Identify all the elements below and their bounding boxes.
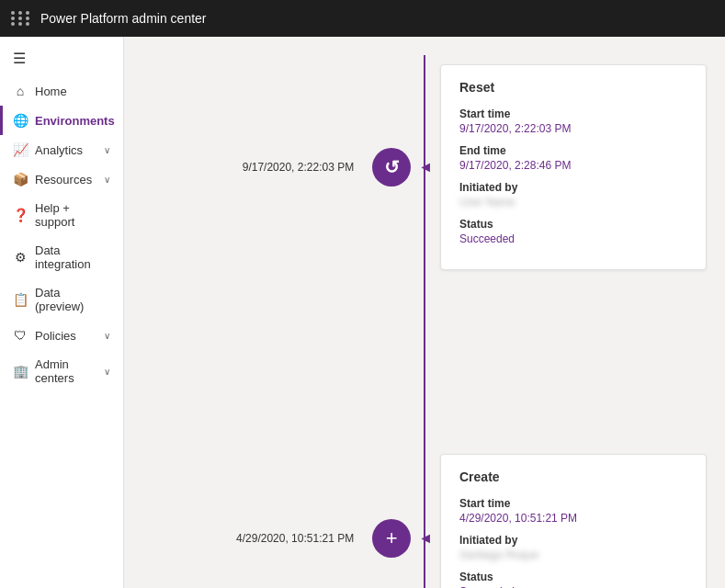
- sidebar-item-help-support[interactable]: ❓ Help + support: [0, 194, 123, 236]
- sidebar-item-policies[interactable]: 🛡 Policies ∨: [0, 321, 123, 350]
- reset-node[interactable]: ↺: [372, 148, 411, 187]
- sidebar-item-data-integration[interactable]: ⚙ Data integration: [0, 236, 123, 278]
- sidebar-label-policies: Policies: [35, 329, 96, 343]
- create-initiated-by: Initiated by Santiago Roque: [459, 534, 687, 561]
- reset-datetime: 9/17/2020, 2:22:03 PM: [188, 161, 354, 174]
- reset-arrow-icon: ◄: [418, 159, 433, 175]
- sidebar-item-home[interactable]: ⌂ Home: [0, 76, 123, 106]
- sidebar-label-help: Help + support: [35, 201, 110, 229]
- reset-status-label: Status: [459, 218, 687, 231]
- create-node[interactable]: +: [372, 519, 411, 558]
- sidebar-item-resources[interactable]: 📦 Resources ∨: [0, 164, 123, 194]
- create-start-time-label: Start time: [459, 497, 687, 510]
- admin-centers-icon: 🏢: [13, 364, 28, 379]
- sidebar-label-home: Home: [35, 85, 110, 98]
- main-layout: ☰ ⌂ Home 🌐 Environments 📈 Analytics ∨ 📦 …: [0, 37, 725, 588]
- entry-right-reset: ◄ Reset Start time 9/17/2020, 2:22:03 PM…: [411, 64, 707, 270]
- reset-status: Status Succeeded: [459, 218, 687, 245]
- reset-card: Reset Start time 9/17/2020, 2:22:03 PM E…: [440, 64, 707, 270]
- data-integration-icon: ⚙: [13, 250, 28, 265]
- topbar: Power Platform admin center: [0, 0, 725, 37]
- sidebar-item-data-preview[interactable]: 📋 Data (preview): [0, 278, 123, 321]
- data-preview-icon: 📋: [13, 292, 28, 307]
- entry-left-create: 4/29/2020, 10:51:21 PM: [142, 532, 372, 545]
- home-icon: ⌂: [13, 84, 28, 98]
- reset-end-time: End time 9/17/2020, 2:28:46 PM: [459, 144, 687, 172]
- sidebar-label-analytics: Analytics: [35, 143, 96, 157]
- reset-initiated-by-value: User Name: [459, 196, 687, 209]
- reset-initiated-by: Initiated by User Name: [459, 181, 687, 209]
- create-status: Status Succeeded: [459, 571, 687, 588]
- create-card: Create Start time 4/29/2020, 10:51:21 PM…: [440, 454, 707, 588]
- sidebar-label-resources: Resources: [35, 173, 96, 187]
- create-initiated-by-label: Initiated by: [459, 534, 687, 547]
- hamburger-button[interactable]: ☰: [0, 40, 123, 76]
- reset-status-value: Succeeded: [459, 232, 687, 245]
- resources-icon: 📦: [13, 172, 28, 187]
- admin-centers-chevron-icon: ∨: [104, 367, 110, 377]
- timeline: 9/17/2020, 2:22:03 PM ↺ ◄ Reset Start ti…: [142, 55, 707, 588]
- sidebar-label-data-integration: Data integration: [35, 243, 110, 271]
- create-card-title: Create: [459, 469, 687, 484]
- reset-end-time-value: 9/17/2020, 2:28:46 PM: [459, 159, 687, 172]
- sidebar-item-admin-centers[interactable]: 🏢 Admin centers ∨: [0, 350, 123, 392]
- main-content: 9/17/2020, 2:22:03 PM ↺ ◄ Reset Start ti…: [124, 37, 725, 588]
- sidebar-item-environments[interactable]: 🌐 Environments: [0, 106, 123, 135]
- app-title: Power Platform admin center: [40, 11, 207, 26]
- reset-start-time: Start time 9/17/2020, 2:22:03 PM: [459, 107, 687, 135]
- reset-end-time-label: End time: [459, 144, 687, 157]
- reset-start-time-label: Start time: [459, 107, 687, 120]
- entry-right-create: ◄ Create Start time 4/29/2020, 10:51:21 …: [411, 454, 707, 588]
- sidebar: ☰ ⌂ Home 🌐 Environments 📈 Analytics ∨ 📦 …: [0, 37, 124, 588]
- create-status-label: Status: [459, 571, 687, 583]
- create-initiated-by-value: Santiago Roque: [459, 548, 687, 561]
- reset-start-time-value: 9/17/2020, 2:22:03 PM: [459, 122, 687, 135]
- analytics-icon: 📈: [13, 142, 28, 157]
- hamburger-icon: ☰: [13, 51, 26, 66]
- sidebar-label-data-preview: Data (preview): [35, 286, 110, 313]
- policies-chevron-icon: ∨: [104, 331, 110, 341]
- resources-chevron-icon: ∨: [104, 175, 110, 185]
- environments-icon: 🌐: [13, 113, 28, 128]
- create-start-time: Start time 4/29/2020, 10:51:21 PM: [459, 497, 687, 525]
- create-arrow-icon: ◄: [418, 530, 433, 547]
- entry-left-reset: 9/17/2020, 2:22:03 PM: [142, 161, 372, 174]
- reset-card-title: Reset: [459, 80, 687, 95]
- create-datetime: 4/29/2020, 10:51:21 PM: [188, 532, 354, 545]
- sidebar-label-admin-centers: Admin centers: [35, 357, 96, 385]
- analytics-chevron-icon: ∨: [104, 145, 110, 155]
- policies-icon: 🛡: [13, 328, 28, 343]
- timeline-line: [424, 55, 425, 588]
- help-icon: ❓: [13, 208, 28, 222]
- sidebar-label-environments: Environments: [35, 114, 115, 128]
- app-dots-icon: [11, 11, 31, 26]
- reset-initiated-by-label: Initiated by: [459, 181, 687, 194]
- create-start-time-value: 4/29/2020, 10:51:21 PM: [459, 512, 687, 525]
- sidebar-item-analytics[interactable]: 📈 Analytics ∨: [0, 135, 123, 164]
